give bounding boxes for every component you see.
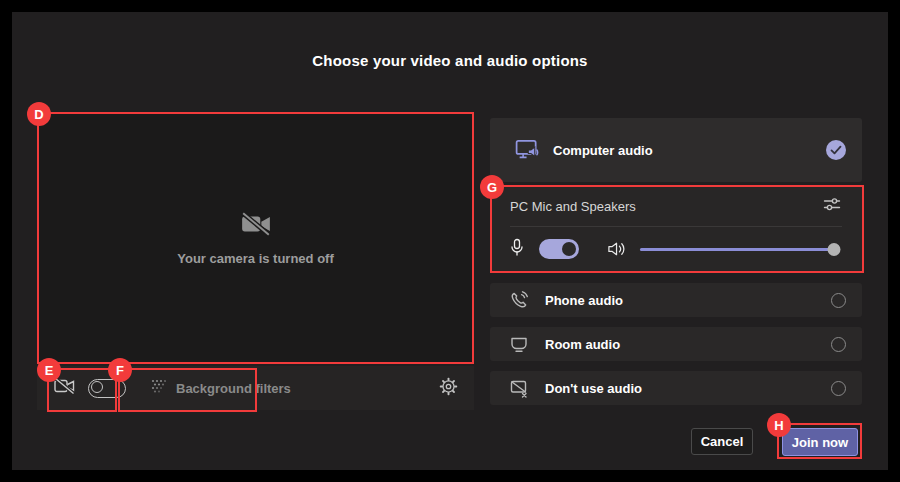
no-audio-label: Don't use audio (545, 381, 642, 396)
device-settings-button[interactable] (439, 377, 458, 400)
device-name: PC Mic and Speakers (510, 199, 636, 214)
volume-slider-knob[interactable] (828, 243, 841, 256)
audio-option-phone[interactable]: Phone audio (490, 283, 862, 317)
camera-preview: Your camera is turned off (37, 112, 474, 364)
no-audio-radio[interactable] (831, 381, 846, 396)
audio-option-computer[interactable]: Computer audio (490, 118, 862, 182)
cancel-button[interactable]: Cancel (691, 428, 753, 455)
audio-option-room[interactable]: Room audio (490, 327, 862, 361)
room-audio-label: Room audio (545, 337, 620, 352)
volume-slider[interactable] (640, 241, 840, 257)
camera-off-icon (53, 377, 76, 399)
room-audio-radio[interactable] (831, 337, 846, 352)
device-settings-pane: PC Mic and Speakers (490, 186, 862, 272)
computer-audio-icon (514, 137, 540, 163)
background-filters-icon (150, 378, 166, 398)
page-title: Choose your video and audio options (12, 52, 888, 69)
camera-status-text: Your camera is turned off (177, 251, 334, 266)
camera-toggle-knob[interactable] (91, 381, 103, 393)
room-audio-icon (506, 335, 532, 353)
pre-join-dialog: Choose your video and audio options Your… (12, 12, 888, 470)
mic-toggle[interactable] (539, 239, 579, 259)
custom-setup-sliders-icon[interactable] (822, 196, 842, 217)
screenshot-frame: Choose your video and audio options Your… (0, 0, 900, 482)
device-controls (510, 227, 842, 271)
device-head: PC Mic and Speakers (510, 186, 842, 226)
phone-audio-icon (506, 290, 532, 310)
computer-audio-label: Computer audio (553, 143, 653, 158)
audio-option-none[interactable]: Don't use audio (490, 371, 862, 405)
volume-slider-fill (640, 248, 834, 251)
selected-check-icon (826, 140, 846, 160)
join-now-button[interactable]: Join now (782, 428, 858, 456)
preview-toolbar: Background filters (37, 366, 474, 410)
gear-icon (439, 377, 458, 400)
no-audio-icon (506, 379, 532, 398)
camera-off-large-icon (240, 211, 272, 241)
camera-toggle[interactable] (88, 379, 126, 398)
phone-audio-radio[interactable] (831, 293, 846, 308)
mic-toggle-knob[interactable] (562, 242, 576, 256)
phone-audio-label: Phone audio (545, 293, 623, 308)
background-filters-button[interactable]: Background filters (150, 378, 291, 398)
mic-icon (510, 238, 524, 261)
background-filters-label: Background filters (176, 381, 291, 396)
speaker-icon (607, 240, 628, 258)
